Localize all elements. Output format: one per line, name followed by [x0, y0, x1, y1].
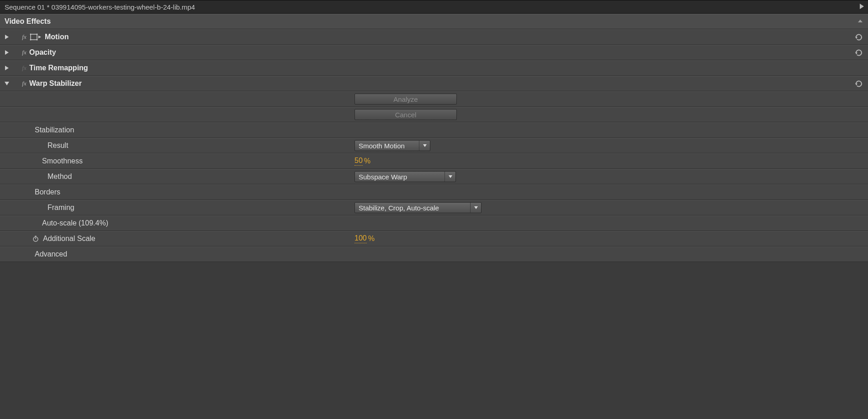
effect-row-time-remapping[interactable]: fx Time Remapping [0, 60, 868, 76]
warp-stabilizer-label: Warp Stabilizer [29, 79, 82, 88]
framing-label: Framing [48, 204, 74, 212]
autoscale-row[interactable]: Auto-scale (109.4%) [0, 215, 868, 231]
effect-row-motion[interactable]: fx Motion [0, 29, 868, 45]
method-row: Method Subspace Warp [0, 169, 868, 184]
svg-point-5 [37, 34, 38, 35]
svg-marker-13 [5, 82, 9, 85]
framing-row: Framing Stabilize, Crop, Auto-scale [0, 200, 868, 215]
cancel-button: Cancel [355, 109, 457, 120]
twirl-down-icon[interactable] [3, 81, 11, 86]
twirl-down-icon[interactable] [3, 128, 16, 132]
additional-scale-label: Additional Scale [43, 235, 95, 243]
twirl-right-icon[interactable] [3, 65, 11, 71]
time-remapping-label: Time Remapping [29, 64, 88, 72]
result-label: Result [48, 141, 68, 150]
svg-marker-2 [5, 35, 9, 39]
panel-play-icon[interactable] [859, 3, 864, 11]
twirl-right-icon[interactable] [3, 236, 26, 241]
framing-value: Stabilize, Crop, Auto-scale [359, 204, 439, 212]
svg-marker-12 [5, 66, 9, 70]
svg-point-6 [30, 39, 32, 41]
borders-label: Borders [35, 188, 60, 196]
twirl-right-icon[interactable] [3, 220, 26, 226]
svg-rect-3 [31, 34, 37, 40]
twirl-right-icon[interactable] [3, 158, 26, 164]
opacity-label: Opacity [29, 48, 56, 57]
additional-scale-value[interactable]: 100 [355, 234, 367, 243]
advanced-label: Advanced [35, 250, 67, 258]
reset-icon[interactable] [854, 79, 863, 89]
method-label: Method [48, 173, 72, 181]
svg-point-7 [37, 39, 38, 41]
stopwatch-icon[interactable] [31, 235, 40, 242]
advanced-row[interactable]: Advanced [0, 246, 868, 262]
twirl-right-icon[interactable] [3, 251, 16, 257]
chevron-down-icon [470, 203, 481, 213]
cancel-row: Cancel [0, 107, 868, 122]
analyze-button: Analyze [355, 94, 457, 105]
svg-marker-18 [449, 175, 452, 178]
video-effects-header[interactable]: Video Effects [0, 14, 868, 29]
chevron-down-icon [445, 172, 455, 182]
analyze-row: Analyze [0, 91, 868, 107]
additional-scale-unit: % [368, 235, 375, 243]
motion-label: Motion [45, 33, 69, 41]
twirl-right-icon[interactable] [3, 50, 11, 55]
smoothness-row: Smoothness 50 % [0, 153, 868, 169]
collapse-up-icon[interactable] [857, 18, 863, 25]
svg-rect-24 [35, 236, 37, 237]
smoothness-unit: % [364, 157, 370, 165]
video-effects-label: Video Effects [5, 17, 51, 26]
method-value: Subspace Warp [359, 173, 407, 181]
smoothness-value[interactable]: 50 [355, 157, 363, 166]
motion-transform-icon[interactable] [29, 33, 43, 41]
stabilization-label: Stabilization [35, 126, 74, 134]
svg-marker-8 [38, 36, 41, 38]
twirl-down-icon[interactable] [3, 190, 16, 194]
svg-marker-10 [5, 50, 9, 55]
stabilization-group-row[interactable]: Stabilization [0, 122, 868, 138]
effect-row-opacity[interactable]: fx Opacity [0, 45, 868, 60]
fx-icon[interactable]: fx [19, 64, 29, 72]
fx-icon[interactable]: fx [19, 49, 29, 56]
svg-marker-20 [474, 206, 478, 209]
fx-icon[interactable]: fx [19, 33, 29, 41]
result-row: Result Smooth Motion [0, 138, 868, 153]
panel-title-bar: Sequence 01 * 039914095-workers-testing-… [0, 0, 868, 14]
twirl-right-icon[interactable] [3, 34, 11, 40]
svg-point-4 [30, 34, 32, 35]
framing-dropdown[interactable]: Stabilize, Crop, Auto-scale [355, 202, 482, 213]
method-dropdown[interactable]: Subspace Warp [355, 171, 456, 182]
borders-group-row[interactable]: Borders [0, 184, 868, 200]
result-dropdown[interactable]: Smooth Motion [355, 140, 430, 151]
autoscale-label: Auto-scale (109.4%) [42, 219, 108, 227]
svg-marker-1 [858, 20, 863, 22]
svg-marker-0 [860, 4, 864, 9]
additional-scale-row: Additional Scale 100 % [0, 231, 868, 246]
reset-icon[interactable] [854, 48, 863, 58]
fx-icon[interactable]: fx [19, 80, 29, 87]
effect-row-warp-stabilizer[interactable]: fx Warp Stabilizer [0, 76, 868, 91]
smoothness-label: Smoothness [42, 157, 83, 165]
panel-title-text: Sequence 01 * 039914095-workers-testing-… [5, 3, 195, 11]
reset-icon[interactable] [854, 33, 863, 42]
svg-marker-16 [423, 144, 427, 147]
chevron-down-icon [419, 141, 430, 151]
result-value: Smooth Motion [359, 142, 405, 150]
